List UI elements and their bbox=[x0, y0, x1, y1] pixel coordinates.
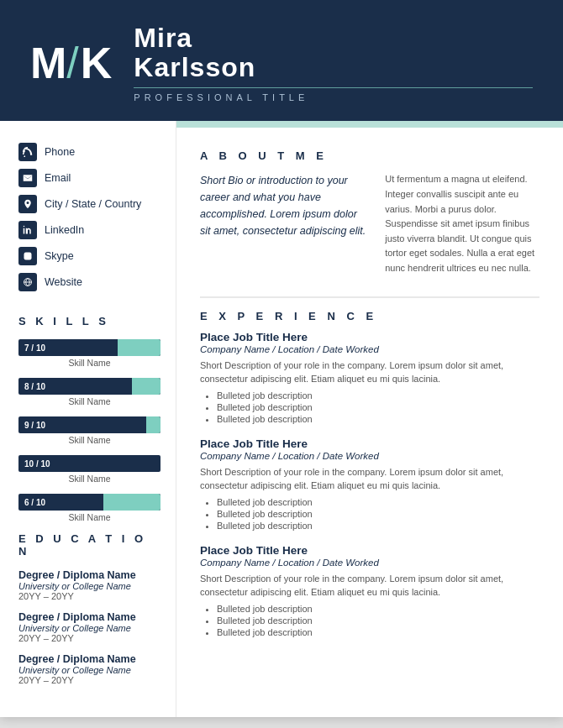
edu-item-0: Degree / Diploma Name University or Coll… bbox=[18, 569, 160, 601]
logo-left: M bbox=[30, 41, 65, 85]
contact-phone: Phone bbox=[18, 143, 160, 161]
about-section: A B O U T M E Short Bio or introduction … bbox=[200, 149, 539, 275]
contact-linkedin: LinkedIn bbox=[18, 221, 160, 239]
header-name: Mira Karlsson bbox=[134, 24, 533, 82]
linkedin-icon bbox=[18, 221, 37, 239]
bullet: Bulleted job description bbox=[217, 521, 539, 531]
bullet: Bulleted job description bbox=[217, 402, 539, 412]
location-icon bbox=[18, 195, 37, 213]
contact-email: Email bbox=[18, 169, 160, 187]
exp-item-1: Place Job Title Here Company Name / Loca… bbox=[200, 437, 539, 531]
exp-bullets-1: Bulleted job description Bulleted job de… bbox=[200, 497, 539, 531]
skype-label: Skype bbox=[45, 250, 74, 262]
email-label: Email bbox=[45, 172, 71, 184]
body-layout: Phone Email City / State / Country bbox=[0, 121, 563, 717]
skill-item-2: 9 / 10 Skill Name bbox=[18, 416, 160, 445]
sidebar: Phone Email City / State / Country bbox=[0, 121, 176, 717]
linkedin-label: LinkedIn bbox=[45, 224, 84, 236]
experience-section: E X P E R I E N C E Place Job Title Here… bbox=[200, 310, 539, 637]
accent-top-bar bbox=[176, 121, 563, 128]
edu-item-2: Degree / Diploma Name University or Coll… bbox=[18, 653, 160, 685]
phone-label: Phone bbox=[45, 146, 75, 158]
bullet: Bulleted job description bbox=[217, 615, 539, 626]
svg-rect-0 bbox=[24, 253, 32, 260]
header: M / K Mira Karlsson PROFESSIONAL TITLE bbox=[0, 0, 563, 121]
skill-item-3: 10 / 10 Skill Name bbox=[18, 455, 160, 484]
logo-slash: / bbox=[66, 41, 78, 85]
education-section: E D U C A T I O N Degree / Diploma Name … bbox=[18, 532, 160, 685]
section-divider-1 bbox=[200, 296, 539, 298]
header-name-block: Mira Karlsson PROFESSIONAL TITLE bbox=[134, 24, 533, 102]
logo-right: K bbox=[81, 41, 111, 85]
skill-item-0: 7 / 10 Skill Name bbox=[18, 339, 160, 368]
bullet: Bulleted job description bbox=[217, 509, 539, 519]
contact-section: Phone Email City / State / Country bbox=[18, 143, 160, 291]
edu-item-1: Degree / Diploma Name University or Coll… bbox=[18, 611, 160, 643]
location-label: City / State / Country bbox=[45, 198, 141, 210]
skill-item-4: 6 / 10 Skill Name bbox=[18, 494, 160, 522]
experience-title: E X P E R I E N C E bbox=[200, 310, 539, 322]
exp-bullets-0: Bulleted job description Bulleted job de… bbox=[200, 390, 539, 424]
skill-item-1: 8 / 10 Skill Name bbox=[18, 378, 160, 406]
right-main: A B O U T M E Short Bio or introduction … bbox=[176, 121, 563, 717]
exp-bullets-2: Bulleted job description Bulleted job de… bbox=[200, 604, 539, 637]
bullet: Bulleted job description bbox=[217, 414, 539, 424]
email-icon bbox=[18, 169, 37, 187]
exp-item-2: Place Job Title Here Company Name / Loca… bbox=[200, 544, 539, 637]
bullet: Bulleted job description bbox=[217, 627, 539, 637]
about-title: A B O U T M E bbox=[200, 149, 539, 162]
contact-website: Website bbox=[18, 273, 160, 291]
skype-icon bbox=[18, 247, 37, 265]
website-label: Website bbox=[45, 276, 82, 288]
about-body: Short Bio or introduction to your career… bbox=[200, 172, 539, 275]
header-professional-title: PROFESSIONAL TITLE bbox=[134, 92, 533, 102]
header-divider bbox=[134, 87, 533, 88]
logo-block: M / K bbox=[30, 41, 110, 85]
skills-title: S K I L L S bbox=[18, 315, 160, 327]
about-extra: Ut fermentum a magna ut eleifend. Intege… bbox=[385, 172, 539, 275]
main-content: A B O U T M E Short Bio or introduction … bbox=[176, 128, 563, 717]
bullet: Bulleted job description bbox=[217, 497, 539, 507]
education-title: E D U C A T I O N bbox=[18, 532, 160, 558]
bullet: Bulleted job description bbox=[217, 604, 539, 614]
skills-section: S K I L L S 7 / 10 Skill Name 8 / 10 Ski… bbox=[18, 315, 160, 522]
exp-item-0: Place Job Title Here Company Name / Loca… bbox=[200, 331, 539, 424]
phone-icon bbox=[18, 143, 37, 161]
about-bio: Short Bio or introduction to your career… bbox=[200, 172, 370, 275]
contact-skype: Skype bbox=[18, 247, 160, 265]
bullet: Bulleted job description bbox=[217, 390, 539, 401]
contact-location: City / State / Country bbox=[18, 195, 160, 213]
website-icon bbox=[18, 273, 37, 291]
resume-page: M / K Mira Karlsson PROFESSIONAL TITLE P… bbox=[0, 0, 563, 717]
